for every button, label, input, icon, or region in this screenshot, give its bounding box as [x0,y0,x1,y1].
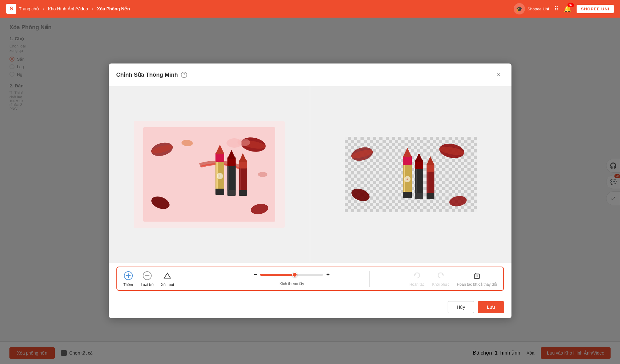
checkerboard-bg: + [345,137,477,212]
remove-tool[interactable]: Loại bỏ [141,271,154,287]
divider-1 [214,271,214,287]
breadcrumb-library[interactable]: Kho Hình Ảnh/Video [48,6,88,11]
original-image-svg: + [143,127,275,222]
svg-marker-56 [164,273,170,278]
erase-icon [162,271,172,281]
tool-group-left: Thêm Loại bỏ [123,271,174,287]
breadcrumb-sep-2: › [92,6,93,11]
svg-text:+: + [219,174,221,178]
remove-icon [142,271,152,281]
redo-icon [436,270,446,280]
toolbar-inner: Thêm Loại bỏ [116,267,504,291]
modal-body: + [109,86,511,262]
header: S Trang chủ › Kho Hình Ảnh/Video › Xóa P… [0,0,620,18]
redo-arrow-icon [436,271,445,280]
slider-fill [260,274,295,276]
divider-2 [369,271,370,287]
svg-marker-38 [403,148,412,157]
add-circle-icon [124,271,133,280]
result-image-container: + [335,121,486,228]
modal-toolbar: Thêm Loại bỏ [109,262,511,296]
cancel-button[interactable]: Hủy [448,301,474,313]
notification-badge: 87 [567,3,574,7]
breadcrumb-current: Xóa Phông Nền [97,6,130,11]
header-right: 🎓 Shopee Uni ⠿ 🔔 87 SHOPEE UNI [514,3,614,14]
save-button[interactable]: Lưu [478,301,504,313]
header-left: S Trang chủ › Kho Hình Ảnh/Video › Xóa P… [6,4,130,14]
original-image-container: + [134,121,285,228]
svg-point-25 [237,139,250,146]
slider-row: − + [254,271,330,278]
reset-all-button[interactable]: Hoàn tác tất cả thay đổi [457,270,497,287]
reset-icon [472,270,482,280]
svg-rect-14 [227,190,236,196]
shopee-uni-area: 🎓 Shopee Uni [514,3,549,14]
slider-thumb [292,272,297,277]
shopee-uni-button[interactable]: SHOPEE UNI [577,5,614,13]
add-icon [123,271,133,281]
svg-point-27 [258,172,267,177]
info-icon[interactable]: ? [181,72,187,78]
slider-minus[interactable]: − [254,271,257,278]
minus-circle-icon [143,271,152,280]
trash-icon [472,271,481,280]
svg-rect-19 [239,190,247,196]
svg-marker-48 [427,156,434,165]
modal-header: Chỉnh Sửa Thông Minh ? × [109,63,511,86]
notification-btn[interactable]: 🔔 87 [564,5,572,13]
grid-icon-btn[interactable]: ⠿ [554,5,559,13]
svg-point-33 [448,195,467,207]
undo-label: Hoàn tác [410,282,425,287]
slider-group: − + Kích thước tẩy [254,271,330,286]
remove-label: Loại bỏ [141,283,154,287]
reset-label: Hoàn tác tất cả thay đổi [457,282,497,287]
shopee-uni-label: Shopee Uni [528,7,549,11]
slider-plus[interactable]: + [326,271,330,278]
breadcrumb-sep-1: › [43,6,44,11]
redo-label: Khôi phục [432,282,450,287]
redo-button[interactable]: Khôi phục [432,270,450,287]
header-icons: ⠿ 🔔 87 [554,5,572,13]
erase-tool[interactable]: Xóa bớt [161,271,174,287]
svg-rect-62 [476,273,478,274]
undo-button[interactable]: Hoàn tác [410,270,425,287]
erase-label: Xóa bớt [161,283,174,287]
svg-point-32 [349,186,371,203]
svg-rect-41 [415,193,423,199]
result-image-svg: + [345,137,477,212]
modal-overlay: Chỉnh Sửa Thông Minh ? × [0,18,620,364]
add-label: Thêm [123,283,133,287]
undo-icon [412,270,422,280]
svg-rect-36 [403,192,412,198]
svg-rect-46 [427,193,434,199]
svg-rect-9 [215,189,224,195]
svg-marker-43 [415,153,423,162]
eraser-icon [163,271,172,280]
slider-label: Kích thước tẩy [279,282,304,286]
modal-title: Chỉnh Sửa Thông Minh [116,71,178,78]
modal-close-button[interactable]: × [494,70,504,80]
breadcrumb-home[interactable]: Trang chủ [19,6,39,11]
shopee-uni-icon: 🎓 [514,3,525,14]
slider-track[interactable] [260,274,323,276]
svg-text:+: + [406,178,408,181]
original-image-panel: + [109,86,310,262]
undo-arrow-icon [413,271,422,280]
result-image-panel: + [310,86,511,262]
modal-title-area: Chỉnh Sửa Thông Minh ? [116,71,187,78]
action-group: Hoàn tác Khôi phục [410,270,497,287]
add-tool[interactable]: Thêm [123,271,133,287]
shopee-logo[interactable]: S [6,4,16,14]
smart-edit-modal: Chỉnh Sửa Thông Minh ? × [109,63,511,318]
modal-footer: Hủy Lưu [109,296,511,318]
